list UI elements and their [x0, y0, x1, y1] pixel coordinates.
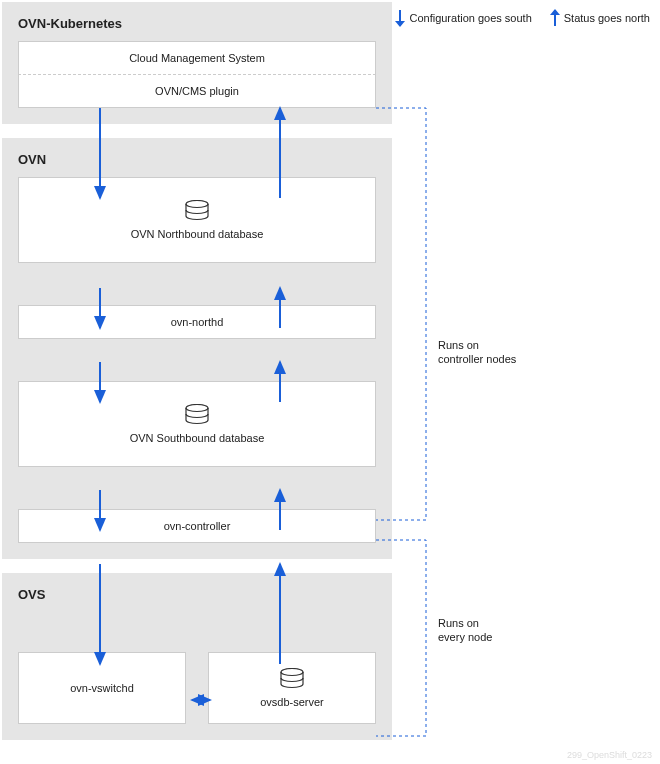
section-ovn-kubernetes: OVN-Kubernetes Cloud Management System O…	[2, 2, 392, 124]
box-plugin-label: OVN/CMS plugin	[155, 85, 239, 97]
svg-point-2	[281, 669, 303, 676]
database-icon	[279, 668, 305, 690]
box-ovsdb-server: ovsdb-server	[208, 652, 376, 724]
section-title-ovs: OVS	[18, 587, 376, 602]
box-vswitchd-label: ovn-vswitchd	[70, 682, 134, 694]
legend-up-label: Status goes north	[564, 12, 650, 24]
note-every-node: Runs on every node	[438, 616, 492, 645]
box-northd-label: ovn-northd	[171, 316, 224, 328]
diagram: OVN-Kubernetes Cloud Management System O…	[2, 2, 392, 754]
legend-status-north: Status goes north	[550, 10, 650, 26]
arrow-up-icon	[550, 10, 560, 26]
box-ovn-controller: ovn-controller	[18, 509, 376, 543]
svg-point-1	[186, 405, 208, 412]
box-southbound: OVN Southbound database	[18, 381, 376, 467]
box-cms-label: Cloud Management System	[129, 52, 265, 64]
legend: Configuration goes south Status goes nor…	[395, 10, 650, 26]
box-northbound-label: OVN Northbound database	[131, 228, 264, 240]
section-title-ovn-kubernetes: OVN-Kubernetes	[18, 16, 376, 31]
footer-id: 299_OpenShift_0223	[567, 750, 652, 760]
legend-config-south: Configuration goes south	[395, 10, 531, 26]
section-ovs: OVS ovn-vswitchd ovsdb-server	[2, 573, 392, 740]
box-controller-label: ovn-controller	[164, 520, 231, 532]
section-ovn: OVN OVN Northbound database ovn-northd O…	[2, 138, 392, 559]
legend-down-label: Configuration goes south	[409, 12, 531, 24]
box-ovsdb-label: ovsdb-server	[260, 696, 324, 708]
section-title-ovn: OVN	[18, 152, 376, 167]
box-ovn-vswitchd: ovn-vswitchd	[18, 652, 186, 724]
arrow-down-icon	[395, 10, 405, 26]
svg-point-0	[186, 201, 208, 208]
database-icon	[184, 200, 210, 222]
database-icon	[184, 404, 210, 426]
box-cms: Cloud Management System	[18, 41, 376, 75]
box-northd: ovn-northd	[18, 305, 376, 339]
box-northbound: OVN Northbound database	[18, 177, 376, 263]
box-ovn-cms-plugin: OVN/CMS plugin	[18, 74, 376, 108]
box-southbound-label: OVN Southbound database	[130, 432, 265, 444]
note-controller-nodes: Runs on controller nodes	[438, 338, 516, 367]
